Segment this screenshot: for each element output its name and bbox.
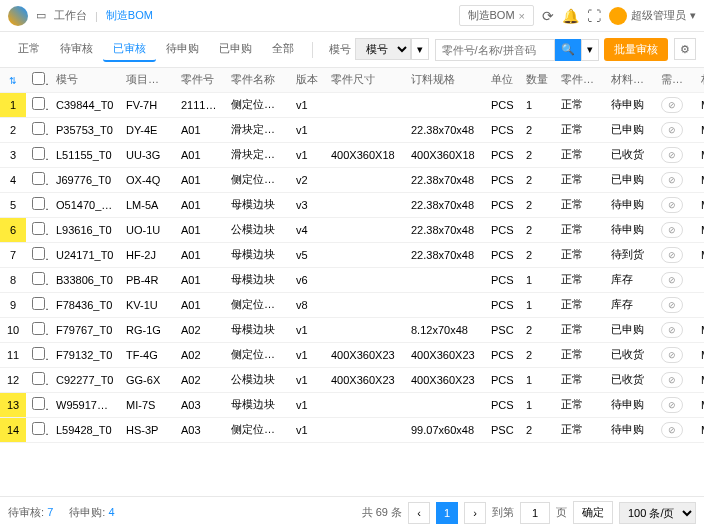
table-row[interactable]: 6L93616_T0UO-1UA01公模边块v422.38x70x48PCS2正…: [0, 217, 704, 242]
tab-chip[interactable]: 制造BOM ×: [459, 5, 535, 26]
inreq-pill[interactable]: ⊘: [661, 147, 683, 163]
table-row[interactable]: 9F78436_T0KV-1UA01侧定位组件v8PCS1正常库存⊘: [0, 292, 704, 317]
search-button[interactable]: 🔍: [555, 39, 581, 61]
tab-3[interactable]: 待申购: [156, 37, 209, 62]
breadcrumb-current[interactable]: 制造BOM: [106, 8, 153, 23]
filter-mold[interactable]: 模号 模号 ▾: [325, 38, 429, 61]
tab-5[interactable]: 全部: [262, 37, 304, 62]
search-input[interactable]: [435, 39, 555, 61]
prev-page[interactable]: ‹: [408, 502, 430, 524]
tab-4[interactable]: 已申购: [209, 37, 262, 62]
col-header[interactable]: 材料代码: [695, 68, 704, 92]
tab-0[interactable]: 正常: [8, 37, 50, 62]
inreq-pill[interactable]: ⊘: [661, 197, 683, 213]
toolbar: 正常待审核已审核待申购已申购全部 模号 模号 ▾ 🔍 ▾ 批量审核 ⚙: [0, 32, 704, 68]
table-row[interactable]: 3L51155_T0UU-3GA01滑块定位组件v1400X360X18400X…: [0, 142, 704, 167]
row-select[interactable]: [32, 322, 45, 335]
col-header[interactable]: 材料状态: [605, 68, 655, 92]
row-select[interactable]: [32, 372, 45, 385]
row-select[interactable]: [32, 272, 45, 285]
col-header[interactable]: 零件尺寸: [325, 68, 405, 92]
table-row[interactable]: 11F79132_T0TF-4GA02侧定位组件v1400X360X23400X…: [0, 342, 704, 367]
inreq-pill[interactable]: ⊘: [661, 172, 683, 188]
inreq-pill[interactable]: ⊘: [661, 97, 683, 113]
col-header[interactable]: 订料规格: [405, 68, 485, 92]
row-select[interactable]: [32, 297, 45, 310]
table-row[interactable]: 14L59428_T0HS-3PA03侧定位组件v199.07x60x48PSC…: [0, 417, 704, 442]
select-all[interactable]: [32, 72, 45, 85]
settings-button[interactable]: ⚙: [674, 38, 696, 60]
inreq-pill[interactable]: ⊘: [661, 247, 683, 263]
inreq-pill[interactable]: ⊘: [661, 347, 683, 363]
col-header[interactable]: 数量: [520, 68, 555, 92]
table-row[interactable]: 10F79767_T0RG-1GA02母模边块v18.12x70x48PSC2正…: [0, 317, 704, 342]
row-select[interactable]: [32, 397, 45, 410]
avatar: [609, 7, 627, 25]
bell-icon[interactable]: 🔔: [562, 8, 579, 24]
tab-1[interactable]: 待审核: [50, 37, 103, 62]
breadcrumb-icon: ▭: [36, 9, 46, 22]
col-header[interactable]: 单位: [485, 68, 520, 92]
col-header[interactable]: 零件号: [175, 68, 225, 92]
row-select[interactable]: [32, 347, 45, 360]
table: ⇅模号项目名称零件号零件名称版本零件尺寸订料规格单位数量零件状态材料状态需入库材…: [0, 68, 704, 496]
col-header[interactable]: 版本: [290, 68, 325, 92]
page-size-select[interactable]: 100 条/页: [619, 502, 696, 524]
next-page[interactable]: ›: [464, 502, 486, 524]
col-header[interactable]: 零件名称: [225, 68, 290, 92]
tab-2[interactable]: 已审核: [103, 37, 156, 62]
table-row[interactable]: 2P35753_T0DY-4EA01滑块定位组件v122.38x70x48PCS…: [0, 117, 704, 142]
row-select[interactable]: [32, 247, 45, 260]
row-select[interactable]: [32, 147, 45, 160]
breadcrumb-home[interactable]: 工作台: [54, 8, 87, 23]
col-header[interactable]: 模号: [50, 68, 120, 92]
search-dropdown[interactable]: ▾: [581, 39, 599, 61]
row-select[interactable]: [32, 222, 45, 235]
table-row[interactable]: 8B33806_T0PB-4RA01母模边块v6PCS1正常库存⊘: [0, 267, 704, 292]
inreq-pill[interactable]: ⊘: [661, 397, 683, 413]
chevron-down-icon[interactable]: ▾: [411, 38, 429, 60]
row-select[interactable]: [32, 97, 45, 110]
page-input[interactable]: [520, 502, 550, 524]
table-row[interactable]: 7U24171_T0HF-2JA01母模边块v522.38x70x48PCS2正…: [0, 242, 704, 267]
col-header[interactable]: 需入库: [655, 68, 695, 92]
col-header[interactable]: 项目名称: [120, 68, 175, 92]
refresh-icon[interactable]: ⟳: [542, 8, 554, 24]
row-select[interactable]: [32, 422, 45, 435]
page-go[interactable]: 确定: [573, 501, 613, 524]
col-header[interactable]: 零件状态: [555, 68, 605, 92]
inreq-pill[interactable]: ⊘: [661, 322, 683, 338]
close-icon[interactable]: ×: [519, 10, 525, 22]
batch-audit-button[interactable]: 批量审核: [604, 38, 668, 61]
inreq-pill[interactable]: ⊘: [661, 222, 683, 238]
row-select[interactable]: [32, 172, 45, 185]
breadcrumb: ▭ 工作台 | 制造BOM: [36, 8, 153, 23]
table-row[interactable]: 12C92277_T0GG-6XA02公模边块v1400X360X23400X3…: [0, 367, 704, 392]
row-select[interactable]: [32, 122, 45, 135]
sort-icon[interactable]: ⇅: [9, 76, 17, 86]
table-row[interactable]: 13W95917_T0MI-7SA03母模边块v1PCS1正常待申购⊘M0000…: [0, 392, 704, 417]
table-row[interactable]: 4J69776_T0OX-4QA01侧定位组件v222.38x70x48PCS2…: [0, 167, 704, 192]
inreq-pill[interactable]: ⊘: [661, 272, 683, 288]
table-row[interactable]: 1C39844_T0FV-7H211100...侧定位组件v1PCS1正常待申购…: [0, 92, 704, 117]
inreq-pill[interactable]: ⊘: [661, 297, 683, 313]
inreq-pill[interactable]: ⊘: [661, 372, 683, 388]
inreq-pill[interactable]: ⊘: [661, 422, 683, 438]
logo: [8, 6, 28, 26]
chevron-down-icon: ▾: [690, 9, 696, 22]
inreq-pill[interactable]: ⊘: [661, 122, 683, 138]
row-select[interactable]: [32, 197, 45, 210]
footer: 待审核: 7 待申购: 4 共 69 条 ‹ 1 › 到第 页 确定 100 条…: [0, 496, 704, 528]
table-row[interactable]: 5O51470_T0LM-5AA01母模边块v322.38x70x48PCS2正…: [0, 192, 704, 217]
filter-mold-select[interactable]: 模号: [355, 38, 411, 60]
page-1[interactable]: 1: [436, 502, 458, 524]
user-menu[interactable]: 超级管理员 ▾: [609, 7, 696, 25]
header: ▭ 工作台 | 制造BOM 制造BOM × ⟳ 🔔 ⛶ 超级管理员 ▾: [0, 0, 704, 32]
expand-icon[interactable]: ⛶: [587, 8, 601, 24]
